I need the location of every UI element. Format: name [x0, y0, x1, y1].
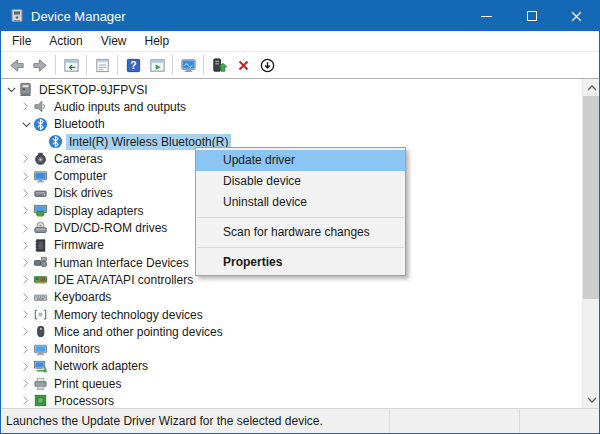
firmware-icon: [33, 237, 48, 253]
menubar-item-view[interactable]: View: [92, 32, 136, 50]
context-menu-item-properties[interactable]: Properties: [196, 252, 405, 273]
properties-button[interactable]: [90, 54, 114, 77]
hid-icon: [33, 255, 48, 271]
chevron-right-icon[interactable]: [20, 99, 33, 115]
context-menu-item-scan-for-hardware-changes[interactable]: Scan for hardware changes: [196, 222, 405, 243]
vertical-scrollbar[interactable]: [582, 79, 599, 408]
camera-icon: [33, 151, 48, 167]
menubar-item-action[interactable]: Action: [40, 32, 91, 50]
minimize-button[interactable]: [464, 1, 509, 31]
disable-device-button[interactable]: [255, 54, 279, 77]
toolbar-separator: [172, 55, 173, 75]
chevron-right-icon[interactable]: [20, 220, 33, 236]
tree-item-print-queues[interactable]: Print queues: [1, 375, 582, 392]
context-menu-item-update-driver[interactable]: Update driver: [196, 150, 405, 171]
toolbar-separator: [55, 55, 56, 75]
scrollbar-down-button[interactable]: [583, 391, 599, 408]
chevron-right-icon[interactable]: [20, 203, 33, 219]
svg-text:?: ?: [130, 60, 136, 71]
tree-item-label: Mice and other pointing devices: [51, 324, 226, 340]
chevron-right-icon[interactable]: [20, 324, 33, 340]
context-menu-separator: [197, 217, 404, 218]
help-icon: ?: [125, 57, 142, 74]
tree-item-label: DESKTOP-9JFPVSI: [36, 82, 150, 98]
update-driver-button[interactable]: [207, 54, 231, 77]
chevron-down-icon[interactable]: [20, 116, 33, 132]
chevron-right-icon[interactable]: [20, 151, 33, 167]
back-button[interactable]: [4, 54, 28, 77]
chevron-right-icon[interactable]: [20, 358, 33, 374]
device-manager-icon: [9, 8, 25, 24]
tree-item-keyboards[interactable]: Keyboards: [1, 289, 582, 306]
back-icon: [8, 57, 25, 74]
toolbar-separator: [86, 55, 87, 75]
tree-item-label: Bluetooth: [51, 116, 108, 132]
action-pane-button[interactable]: [145, 54, 169, 77]
context-menu: Update driverDisable deviceUninstall dev…: [195, 147, 406, 276]
tree-item-processors[interactable]: Processors: [1, 392, 582, 408]
context-menu-separator: [197, 247, 404, 248]
uninstall-device-button[interactable]: [231, 54, 255, 77]
chevron-right-icon[interactable]: [20, 185, 33, 201]
menubar-item-help[interactable]: Help: [136, 32, 179, 50]
chevron-right-icon[interactable]: [20, 289, 33, 305]
remote-computer-button[interactable]: [176, 54, 200, 77]
memory-icon: [33, 307, 48, 323]
monitors-icon: [33, 341, 48, 357]
network-icon: [33, 358, 48, 374]
tree-item-label: Keyboards: [51, 289, 114, 305]
chevron-up-icon: [587, 84, 597, 92]
chevron-right-icon[interactable]: [20, 255, 33, 271]
chevron-right-icon[interactable]: [20, 307, 33, 323]
toolbar-separator: [117, 55, 118, 75]
remote-computer-icon: [180, 57, 197, 74]
properties-icon: [94, 57, 111, 74]
bluetooth-icon: [33, 116, 48, 132]
ide-icon: [33, 272, 48, 288]
help-button[interactable]: ?: [121, 54, 145, 77]
maximize-button[interactable]: [509, 1, 554, 31]
update-driver-icon: [211, 57, 228, 74]
chevron-right-icon[interactable]: [20, 393, 33, 408]
status-text: Launches the Update Driver Wizard for th…: [1, 414, 389, 428]
tree-item-label: Network adapters: [51, 358, 151, 374]
chevron-right-icon[interactable]: [20, 237, 33, 253]
chevron-right-icon[interactable]: [20, 341, 33, 357]
bluetooth-icon: [48, 134, 63, 150]
tree-item-label: Memory technology devices: [51, 307, 206, 323]
statusbar-cell: [520, 409, 599, 433]
chevron-down-icon[interactable]: [5, 82, 18, 98]
keyboard-icon: [33, 289, 48, 305]
tree-item-desktop-9jfpvsi[interactable]: DESKTOP-9JFPVSI: [1, 81, 582, 98]
scrollbar-thumb[interactable]: [583, 96, 599, 299]
window-title: Device Manager: [31, 9, 464, 24]
context-menu-item-disable-device[interactable]: Disable device: [196, 171, 405, 192]
tree-item-monitors[interactable]: Monitors: [1, 340, 582, 357]
scrollbar-up-button[interactable]: [583, 79, 599, 96]
close-button[interactable]: [554, 1, 599, 31]
close-icon: [571, 11, 582, 22]
processor-icon: [33, 393, 48, 408]
statusbar: Launches the Update Driver Wizard for th…: [1, 408, 599, 433]
tree-item-mice-and-other-pointing-devices[interactable]: Mice and other pointing devices: [1, 323, 582, 340]
tree-item-bluetooth[interactable]: Bluetooth: [1, 116, 582, 133]
tree-item-label: Processors: [51, 393, 117, 408]
chevron-right-icon[interactable]: [20, 168, 33, 184]
forward-icon: [32, 57, 49, 74]
console-tree-button[interactable]: [59, 54, 83, 77]
forward-button[interactable]: [28, 54, 52, 77]
chevron-right-icon[interactable]: [20, 272, 33, 288]
tree-item-memory-technology-devices[interactable]: Memory technology devices: [1, 306, 582, 323]
tree-item-label: Firmware: [51, 237, 107, 253]
printer-icon: [33, 376, 48, 392]
tree-item-label: DVD/CD-ROM drives: [51, 220, 170, 236]
computer-icon: [18, 82, 33, 98]
menubar-item-file[interactable]: File: [3, 32, 40, 50]
tree-item-audio-inputs-and-outputs[interactable]: Audio inputs and outputs: [1, 98, 582, 115]
tree-item-network-adapters[interactable]: Network adapters: [1, 358, 582, 375]
titlebar: Device Manager: [1, 1, 599, 31]
context-menu-item-uninstall-device[interactable]: Uninstall device: [196, 192, 405, 213]
tree-item-label: Display adapters: [51, 203, 146, 219]
chevron-right-icon[interactable]: [20, 376, 33, 392]
disk-icon: [33, 185, 48, 201]
